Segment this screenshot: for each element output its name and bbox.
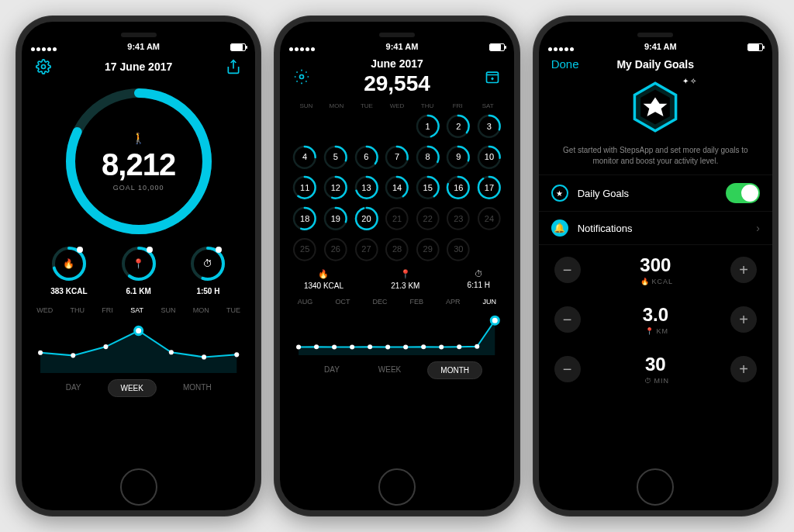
app-header: Done My Daily Goals xyxy=(539,53,772,74)
month-oct[interactable]: OCT xyxy=(335,298,350,306)
calendar-day-1[interactable]: 1 xyxy=(414,112,442,140)
weekday-mon[interactable]: MON xyxy=(193,306,209,314)
calendar-day-15[interactable]: 15 xyxy=(414,174,442,202)
svg-point-81 xyxy=(457,344,462,349)
svg-point-76 xyxy=(368,344,372,349)
calendar-day-12[interactable]: 12 xyxy=(322,174,350,202)
toggle-day[interactable]: DAY xyxy=(54,379,94,397)
calendar-day-23[interactable]: 23 xyxy=(444,205,472,233)
settings-icon[interactable] xyxy=(34,57,53,76)
toggle-week[interactable]: WEEK xyxy=(108,379,157,397)
setting-notifications[interactable]: 🔔 Notifications › xyxy=(539,211,772,245)
calendar-day-22[interactable]: 22 xyxy=(414,205,442,233)
calendar-day-16[interactable]: 16 xyxy=(444,174,472,202)
calendar-day-21[interactable]: 21 xyxy=(383,205,411,233)
stepper-value: 300 xyxy=(638,254,674,276)
calendar-day-18[interactable]: 18 xyxy=(291,205,319,233)
weekday-fri[interactable]: FRI xyxy=(102,306,113,314)
mini-ring-label: 383 KCAL xyxy=(50,287,87,295)
chevron-right-icon[interactable]: › xyxy=(756,222,760,234)
goals-copy: Get started with StepsApp and set more d… xyxy=(562,145,749,167)
calendar-day-7[interactable]: 7 xyxy=(383,143,411,171)
month-apr[interactable]: APR xyxy=(446,298,461,306)
increment-button[interactable]: + xyxy=(730,257,757,283)
toggle-week[interactable]: WEEK xyxy=(366,361,413,379)
weekly-sparkline xyxy=(29,317,247,373)
mini-ring-label: 6.1 KM xyxy=(126,287,151,295)
calendar-day-20[interactable]: 20 xyxy=(353,205,381,233)
stepper-min: − 30 ⏱MIN + xyxy=(539,344,772,394)
increment-button[interactable]: + xyxy=(730,306,757,333)
svg-point-82 xyxy=(475,344,480,349)
decrement-button[interactable]: − xyxy=(554,257,581,283)
calendar-day-8[interactable]: 8 xyxy=(414,143,442,171)
setting-daily goals[interactable]: ★ Daily Goals xyxy=(539,174,772,211)
calendar-day-24[interactable]: 24 xyxy=(475,205,503,233)
mini-ring-timer[interactable]: ⏱ 1:50 H xyxy=(189,245,226,295)
flame-icon: 🔥 xyxy=(304,269,343,279)
calendar-day-27[interactable]: 27 xyxy=(353,236,381,264)
app-header: June 2017 29,554 xyxy=(280,53,513,99)
status-bar: 9:41 AM xyxy=(280,22,513,53)
mini-ring-flame[interactable]: 🔥 383 KCAL xyxy=(50,245,88,295)
calendar-day-19[interactable]: 19 xyxy=(322,205,350,233)
bell-icon: 🔔 xyxy=(554,223,565,233)
svg-point-78 xyxy=(403,345,408,350)
calendar-day-17[interactable]: 17 xyxy=(475,174,503,202)
stepper-km: − 3.0 📍KM + xyxy=(539,295,772,344)
increment-button[interactable]: + xyxy=(730,356,757,382)
weekday-sun[interactable]: SUN xyxy=(161,306,175,314)
calendar-day-11[interactable]: 11 xyxy=(291,174,319,202)
toggle-month[interactable]: MONTH xyxy=(171,379,224,397)
flame-icon: 🔥 xyxy=(640,278,650,285)
calendar-day-2[interactable]: 2 xyxy=(444,112,472,140)
calendar-day-4[interactable]: 4 xyxy=(291,143,319,171)
header-total: 29,554 xyxy=(311,71,482,96)
view-toggle: DAYWEEKMONTH xyxy=(22,379,255,397)
steppers-list: − 300 🔥KCAL + − 3.0 📍KM + − 30 xyxy=(539,245,772,394)
svg-point-75 xyxy=(350,345,354,350)
status-bar: 9:41 AM xyxy=(539,22,772,53)
calendar-day-28[interactable]: 28 xyxy=(383,236,411,264)
settings-icon[interactable] xyxy=(292,67,311,86)
decrement-button[interactable]: − xyxy=(554,356,581,382)
calendar-day-13[interactable]: 13 xyxy=(353,174,381,202)
goals-hero: ✦ ✧ Get started with StepsApp and set mo… xyxy=(539,74,772,174)
header-date: 17 June 2017 xyxy=(53,60,224,73)
calendar-day-30[interactable]: 30 xyxy=(444,236,472,264)
month-dec[interactable]: DEC xyxy=(372,298,387,306)
month-aug[interactable]: AUG xyxy=(298,298,313,306)
mini-ring-route[interactable]: 📍 6.1 KM xyxy=(120,245,157,295)
calendar-day-14[interactable]: 14 xyxy=(383,174,411,202)
calendar-day-29[interactable]: 29 xyxy=(414,236,442,264)
toggle-switch[interactable] xyxy=(726,183,760,203)
month-stat-value: 1340 KCAL xyxy=(304,282,343,290)
decrement-button[interactable]: − xyxy=(554,306,581,333)
stepper-kcal: − 300 🔥KCAL + xyxy=(539,245,772,295)
done-button[interactable]: Done xyxy=(551,57,579,71)
weekday-wed[interactable]: WED xyxy=(36,306,53,314)
cal-head-sun: SUN xyxy=(291,102,321,109)
weekday-thu[interactable]: THU xyxy=(71,306,85,314)
month-jun[interactable]: JUN xyxy=(483,298,497,306)
toggle-day[interactable]: DAY xyxy=(312,361,352,379)
svg-point-14 xyxy=(169,350,174,354)
calendar-day-3[interactable]: 3 xyxy=(475,112,503,140)
calendar-day-6[interactable]: 6 xyxy=(353,143,381,171)
calendar-day-5[interactable]: 5 xyxy=(322,143,350,171)
share-icon[interactable] xyxy=(224,57,243,76)
screen-daily: 9:41 AM 17 June 2017 🚶 8,212 GOAL 10,000 xyxy=(22,22,255,510)
month-feb[interactable]: FEB xyxy=(409,298,423,306)
calendar-day-26[interactable]: 26 xyxy=(322,236,350,264)
calendar-day-9[interactable]: 9 xyxy=(444,143,472,171)
yearly-sparkline xyxy=(288,309,506,355)
calendar-icon[interactable] xyxy=(483,67,502,86)
weekday-tue[interactable]: TUE xyxy=(226,306,240,314)
toggle-month[interactable]: MONTH xyxy=(427,361,482,379)
calendar-day-10[interactable]: 10 xyxy=(475,143,503,171)
setting-label: Notifications xyxy=(578,223,633,234)
calendar-day-25[interactable]: 25 xyxy=(291,236,319,264)
weekday-sat[interactable]: SAT xyxy=(130,306,143,314)
stepper-value: 30 xyxy=(642,354,670,375)
route-icon: 📍 xyxy=(645,327,654,335)
